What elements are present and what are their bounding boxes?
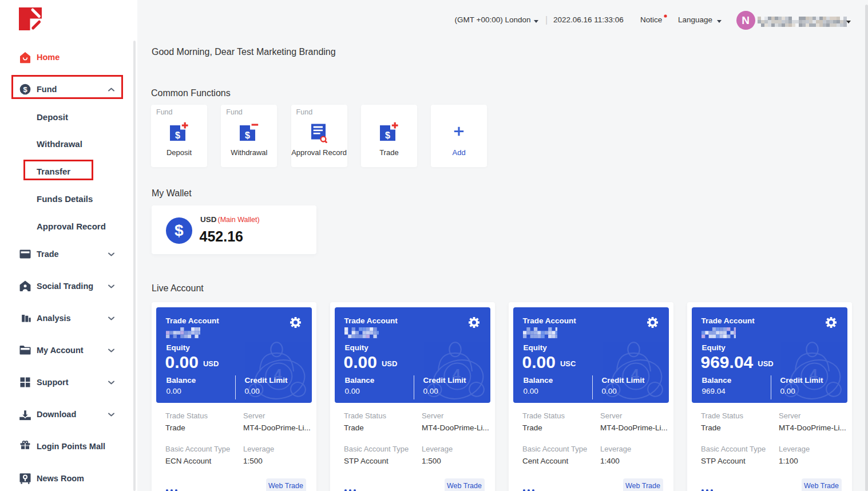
svg-text:$: $ — [23, 85, 27, 94]
svg-text:$: $ — [175, 130, 180, 140]
svg-text:$: $ — [245, 130, 250, 140]
svg-text:$: $ — [385, 130, 390, 140]
